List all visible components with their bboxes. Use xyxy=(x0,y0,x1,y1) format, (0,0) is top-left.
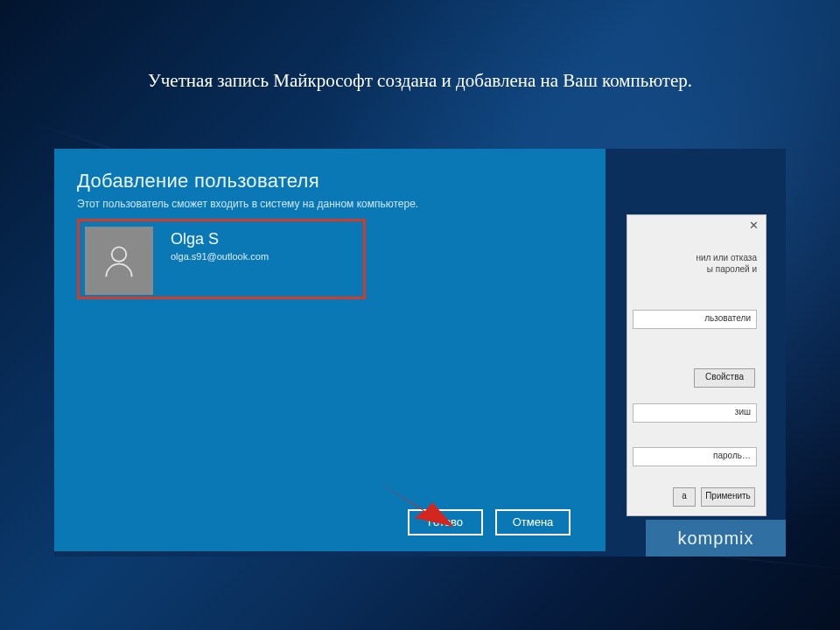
user-accounts-window: ✕ нил или отказа ы паролей и льзователи … xyxy=(626,214,766,516)
behind-line1: нил или отказа xyxy=(696,253,757,262)
watermark: kompmix xyxy=(646,520,786,556)
svg-point-0 xyxy=(112,247,127,262)
add-user-modal: Добавление пользователя Этот пользовател… xyxy=(54,149,606,551)
screenshot-area: ✕ нил или отказа ы паролей и льзователи … xyxy=(54,149,786,556)
avatar xyxy=(85,227,153,295)
behind-a-button[interactable]: а xyxy=(673,487,696,507)
apply-button[interactable]: Применить xyxy=(701,487,755,507)
user-name: Olga S xyxy=(171,230,219,248)
user-email: olga.s91@outlook.com xyxy=(171,251,269,262)
behind-users-field[interactable]: льзователи xyxy=(633,310,757,329)
modal-title: Добавление пользователя xyxy=(77,170,319,192)
cancel-button[interactable]: Отмена xyxy=(495,509,570,536)
ready-button[interactable]: Готово xyxy=(408,509,483,536)
close-icon[interactable]: ✕ xyxy=(749,219,759,232)
behind-hint-field[interactable]: зиш xyxy=(633,403,757,423)
person-icon xyxy=(100,242,138,280)
slide-caption: Учетная запись Майкрософт создана и доба… xyxy=(0,70,840,92)
behind-password-field[interactable]: пароль… xyxy=(633,447,757,466)
modal-subtitle: Этот пользователь сможет входить в систе… xyxy=(77,198,418,210)
user-card: Olga S olga.s91@outlook.com xyxy=(77,219,366,299)
properties-button[interactable]: Свойства xyxy=(694,368,755,388)
behind-desc: нил или отказа ы паролей и xyxy=(633,252,757,275)
behind-line2: ы паролей и xyxy=(707,264,757,274)
